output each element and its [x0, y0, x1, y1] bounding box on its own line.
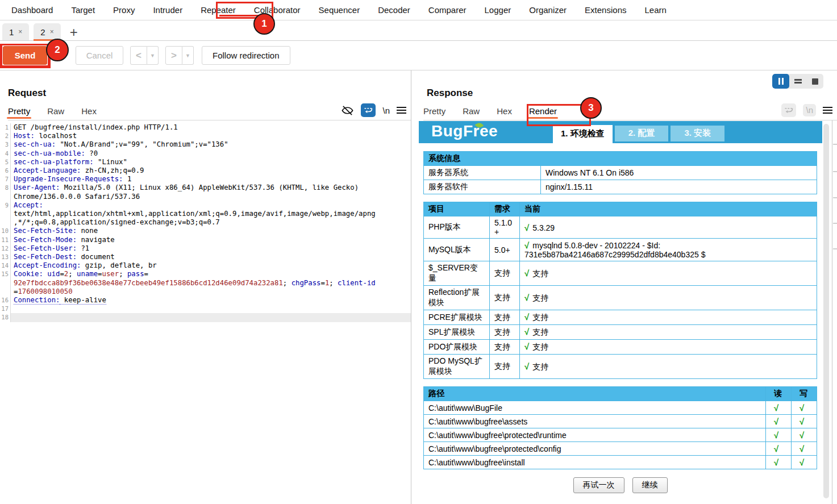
- send-button[interactable]: Send: [3, 46, 47, 65]
- layout-single-button[interactable]: [806, 74, 823, 89]
- newline-toggle-icon[interactable]: \n: [382, 106, 390, 115]
- request-tab-pretty[interactable]: Pretty: [8, 106, 30, 120]
- check-icon: √: [524, 361, 529, 371]
- request-tab-hex[interactable]: Hex: [81, 106, 97, 120]
- request-menu-icon[interactable]: [397, 107, 406, 114]
- response-tab-render[interactable]: Render: [529, 106, 557, 120]
- request-editor[interactable]: 1GET /bugfree/install/index.php HTTP/1.1…: [0, 120, 411, 504]
- path-readable: √: [766, 415, 792, 428]
- step-tab-1[interactable]: 1. 环境检查: [553, 125, 613, 143]
- tab-close-icon[interactable]: ×: [50, 28, 54, 36]
- step-tab-3[interactable]: 3. 安装: [671, 126, 724, 141]
- follow-redirection-button[interactable]: Follow redirection: [202, 46, 290, 65]
- check-icon: √: [524, 268, 529, 278]
- settings-gear-icon[interactable]: ⚙: [53, 49, 65, 63]
- prev-request-button[interactable]: <: [130, 46, 147, 65]
- line-number: 5: [0, 158, 11, 166]
- request-line: 10Sec-Fetch-Site: none: [0, 227, 411, 235]
- tab-close-icon[interactable]: ×: [18, 28, 22, 36]
- check-icon: √: [774, 430, 778, 440]
- retry-button[interactable]: 再试一次: [573, 477, 624, 493]
- continue-button[interactable]: 继续: [632, 477, 668, 493]
- line-number: 14: [0, 261, 11, 270]
- cancel-button[interactable]: Cancel: [76, 46, 123, 65]
- requirement-item: PDO扩展模块: [424, 340, 490, 355]
- line-number: 3: [0, 140, 11, 149]
- menubar-item-dashboard[interactable]: Dashboard: [2, 5, 62, 15]
- render-scrollbar-thumb[interactable]: [823, 124, 829, 498]
- line-content: Sec-Fetch-Dest: document: [11, 253, 411, 261]
- line-content: Chrome/136.0.0.0 Safari/537.36: [11, 193, 411, 201]
- new-tab-button[interactable]: +: [65, 27, 82, 40]
- request-line: 16Connection: keep-alive: [0, 296, 411, 305]
- request-line: 18: [0, 313, 411, 322]
- path-readable: √: [766, 442, 792, 456]
- line-number: 4: [0, 149, 11, 158]
- menubar-item-learn[interactable]: Learn: [635, 5, 675, 15]
- menubar-item-comparer[interactable]: Comparer: [419, 5, 476, 15]
- line-content: Connection: keep-alive: [11, 296, 411, 305]
- response-tab-raw[interactable]: Raw: [463, 106, 480, 120]
- next-request-dropdown[interactable]: ▼: [182, 46, 194, 65]
- menubar-item-organizer[interactable]: Organizer: [520, 5, 576, 15]
- repeater-tab-2[interactable]: 2×: [34, 23, 60, 40]
- column-header: 读: [766, 387, 792, 401]
- response-menu-icon[interactable]: [823, 107, 832, 114]
- word-wrap-icon[interactable]: [361, 103, 376, 117]
- line-content: [11, 313, 411, 322]
- response-tab-hex[interactable]: Hex: [497, 106, 512, 120]
- line-content: User-Agent: Mozilla/5.0 (X11; Linux x86_…: [11, 184, 411, 192]
- table-row: Reflection扩展模块支持√支持: [424, 286, 817, 310]
- line-content: Cookie: uid=2; uname=user; pass=: [11, 270, 411, 278]
- menubar-item-extensions[interactable]: Extensions: [576, 5, 635, 15]
- response-title: Response: [427, 88, 837, 99]
- line-number: [0, 288, 11, 296]
- menubar-item-decoder[interactable]: Decoder: [369, 5, 419, 15]
- repeater-tab-1[interactable]: 1×: [2, 23, 29, 40]
- menubar-item-logger[interactable]: Logger: [476, 5, 520, 15]
- column-header: 需求: [490, 202, 520, 216]
- next-request-button[interactable]: >: [165, 46, 182, 65]
- request-line: 2Host: localhost: [0, 132, 411, 140]
- panel-edge-divider: [832, 120, 832, 504]
- line-number: 17: [0, 305, 11, 313]
- layout-rows-button[interactable]: [789, 74, 806, 89]
- request-tab-raw[interactable]: Raw: [47, 106, 64, 120]
- line-content: Sec-Fetch-Mode: navigate: [11, 236, 411, 244]
- requirement-item: PHP版本: [424, 216, 490, 239]
- menubar-item-sequencer[interactable]: Sequencer: [310, 5, 369, 15]
- menubar-item-collaborator[interactable]: Collaborator: [245, 5, 310, 15]
- step-tab-2[interactable]: 2. 配置: [615, 126, 669, 141]
- requirement-current: √mysqlnd 5.0.8-dev - 20102224 - $Id: 731…: [520, 239, 817, 261]
- path-value: C:\autit\www\bugfree\assets: [424, 415, 766, 428]
- line-number: [0, 279, 11, 288]
- table-row: C:\autit\www\BugFile√√: [424, 401, 817, 415]
- system-info-value: Windows NT 6.1 On i586: [541, 166, 817, 180]
- render-scrollbar[interactable]: [823, 120, 830, 504]
- line-number: 8: [0, 184, 11, 192]
- path-readable: √: [766, 428, 792, 442]
- menubar-item-repeater[interactable]: Repeater: [191, 5, 245, 15]
- word-wrap-icon-disabled: [781, 103, 796, 117]
- line-number: 1: [0, 123, 11, 132]
- install-steps: 1. 环境检查2. 配置3. 安装: [553, 125, 724, 143]
- prev-request-dropdown[interactable]: ▼: [147, 46, 159, 65]
- column-header: 写: [792, 387, 817, 401]
- menubar-item-intruder[interactable]: Intruder: [144, 5, 191, 15]
- menubar-item-target[interactable]: Target: [62, 5, 104, 15]
- line-number: 9: [0, 201, 11, 210]
- line-content: ,*/*;q=0.8,application/signed-exchange;v…: [11, 218, 411, 227]
- line-number: [0, 218, 11, 227]
- table-header-row: 项目需求当前: [424, 202, 817, 216]
- response-tab-pretty[interactable]: Pretty: [423, 106, 445, 120]
- layout-columns-button[interactable]: [772, 74, 789, 89]
- path-readable: √: [766, 401, 792, 415]
- hide-eye-icon[interactable]: [341, 105, 354, 116]
- menubar-item-proxy[interactable]: Proxy: [104, 5, 144, 15]
- table-row: PDO扩展模块支持√支持: [424, 340, 817, 355]
- line-content: Sec-Fetch-User: ?1: [11, 244, 411, 253]
- repeater-toolbar: Send ⚙ Cancel < ▼ > ▼ Follow redirection: [0, 41, 837, 70]
- line-content: GET /bugfree/install/index.php HTTP/1.1: [11, 123, 411, 132]
- send-annotation-box: Send: [1, 44, 49, 67]
- requirement-item: PCRE扩展模块: [424, 310, 490, 325]
